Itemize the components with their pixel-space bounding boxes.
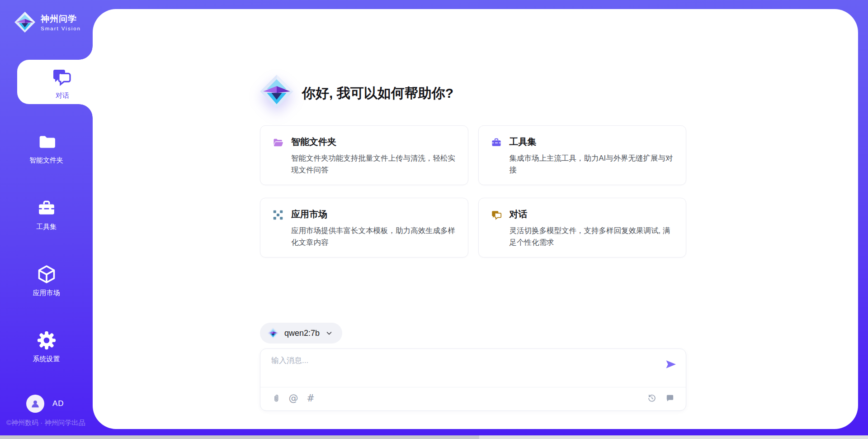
hash-icon: # — [307, 394, 315, 403]
card-title: 智能文件夹 — [291, 136, 457, 148]
copyright-text: ©神州数码 · 神州问学出品 — [6, 419, 85, 427]
model-name: qwen2:7b — [284, 329, 320, 338]
sidebar-item-settings[interactable]: 系统设置 — [0, 330, 93, 363]
card-description: 应用市场提供丰富长文本模板，助力高效生成多样化文章内容 — [291, 225, 457, 248]
horizontal-scrollbar[interactable] — [0, 435, 868, 439]
chat-bubbles-icon — [51, 66, 72, 88]
user-name: AD — [52, 399, 64, 408]
sidebar-item-app-market[interactable]: 应用市场 — [0, 264, 93, 297]
sidebar-item-smart-folder[interactable]: 智能文件夹 — [0, 131, 93, 165]
feedback-button[interactable] — [664, 392, 676, 404]
sidebar-item-toolbox[interactable]: 工具集 — [0, 198, 93, 231]
gear-icon — [36, 330, 57, 351]
brand-gem-icon — [14, 11, 36, 33]
chevron-down-icon — [325, 329, 333, 337]
sidebar-item-label: 应用市场 — [33, 289, 60, 297]
scrollbar-thumb[interactable] — [0, 435, 479, 439]
at-icon: @ — [289, 394, 298, 403]
sidebar-item-label: 系统设置 — [33, 355, 60, 363]
paperclip-icon — [271, 393, 281, 403]
comment-icon — [665, 393, 675, 403]
tab-curve-top — [79, 46, 93, 60]
model-selector[interactable]: qwen2:7b — [260, 323, 342, 344]
folder-icon — [36, 131, 57, 152]
composer: @ # — [260, 348, 686, 411]
sidebar-item-label: 工具集 — [36, 223, 57, 231]
card-title: 工具集 — [509, 136, 675, 148]
history-button[interactable] — [646, 392, 658, 404]
card-smart-folder[interactable]: 智能文件夹 智能文件夹功能支持批量文件上传与清洗，轻松实现文件问答 — [260, 125, 468, 185]
toolbox-icon — [491, 137, 502, 148]
history-icon — [647, 393, 657, 403]
person-icon — [29, 398, 41, 410]
attach-button[interactable] — [270, 392, 282, 404]
brand-logo: 神州问学 Smart Vision — [14, 11, 81, 33]
tab-curve-bottom — [79, 104, 93, 118]
sidebar-item-label: 对话 — [17, 91, 108, 100]
toolbox-icon — [36, 198, 57, 219]
brand-subtitle: Smart Vision — [41, 26, 81, 31]
brand-name: 神州问学 — [41, 13, 81, 25]
avatar — [26, 395, 44, 413]
message-input[interactable] — [271, 355, 651, 381]
mention-button[interactable]: @ — [288, 392, 299, 404]
composer-toolbar: @ # — [270, 392, 676, 404]
model-gem-icon — [267, 327, 279, 339]
app-window: 神州问学 Smart Vision 对话 智能文件夹 工具集 — [0, 0, 868, 439]
sidebar-item-chat[interactable]: 对话 — [17, 60, 93, 104]
card-toolbox[interactable]: 工具集 集成市场上主流工具，助力AI与外界无缝扩展与对接 — [478, 125, 687, 185]
topic-button[interactable]: # — [305, 392, 316, 404]
card-description: 智能文件夹功能支持批量文件上传与清洗，轻松实现文件问答 — [291, 153, 457, 176]
folder-open-icon — [272, 137, 284, 148]
sidebar-item-label: 智能文件夹 — [29, 156, 63, 165]
card-description: 灵活切换多模型文件，支持多样回复效果调试, 满足个性化需求 — [509, 225, 675, 248]
send-button[interactable] — [664, 358, 678, 372]
card-chat[interactable]: 对话 灵活切换多模型文件，支持多样回复效果调试, 满足个性化需求 — [478, 198, 687, 258]
hero-gem-icon — [259, 73, 295, 110]
grid-icon — [272, 209, 284, 221]
user-chip[interactable]: AD — [26, 395, 64, 413]
composer-divider — [260, 387, 686, 387]
feature-cards: 智能文件夹 智能文件夹功能支持批量文件上传与清洗，轻松实现文件问答 工具集 集成… — [260, 125, 686, 258]
card-title: 对话 — [509, 208, 675, 220]
card-title: 应用市场 — [291, 208, 457, 220]
cube-icon — [36, 264, 57, 285]
chat-bubbles-icon — [491, 209, 502, 221]
page-title: 你好, 我可以如何帮助你? — [302, 84, 453, 103]
card-description: 集成市场上主流工具，助力AI与外界无缝扩展与对接 — [509, 153, 675, 176]
send-icon — [665, 358, 677, 371]
card-app-market[interactable]: 应用市场 应用市场提供丰富长文本模板，助力高效生成多样化文章内容 — [260, 198, 468, 258]
